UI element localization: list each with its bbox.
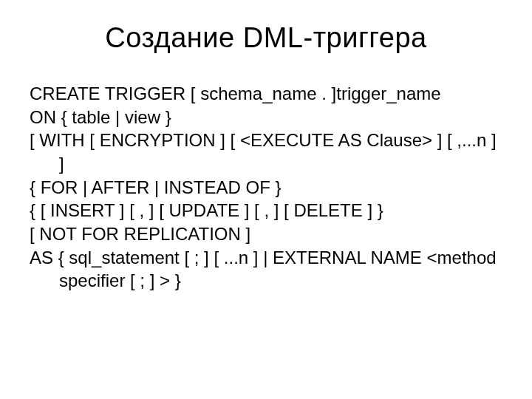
syntax-line: ON { table | view } <box>59 106 502 129</box>
syntax-block: CREATE TRIGGER [ schema_name . ]trigger_… <box>30 82 502 293</box>
syntax-line: { FOR | AFTER | INSTEAD OF } <box>59 176 502 200</box>
syntax-line: CREATE TRIGGER [ schema_name . ]trigger_… <box>59 82 502 106</box>
syntax-line: [ NOT FOR REPLICATION ] <box>59 222 502 246</box>
syntax-line: { [ INSERT ] [ , ] [ UPDATE ] [ , ] [ DE… <box>59 199 502 222</box>
syntax-line: [ WITH [ ENCRYPTION ] [ <EXECUTE AS Clau… <box>59 129 502 175</box>
slide-title: Создание DML-триггера <box>30 22 502 54</box>
syntax-line: AS { sql_statement [ ; ] [ ...n ] | EXTE… <box>59 246 502 293</box>
